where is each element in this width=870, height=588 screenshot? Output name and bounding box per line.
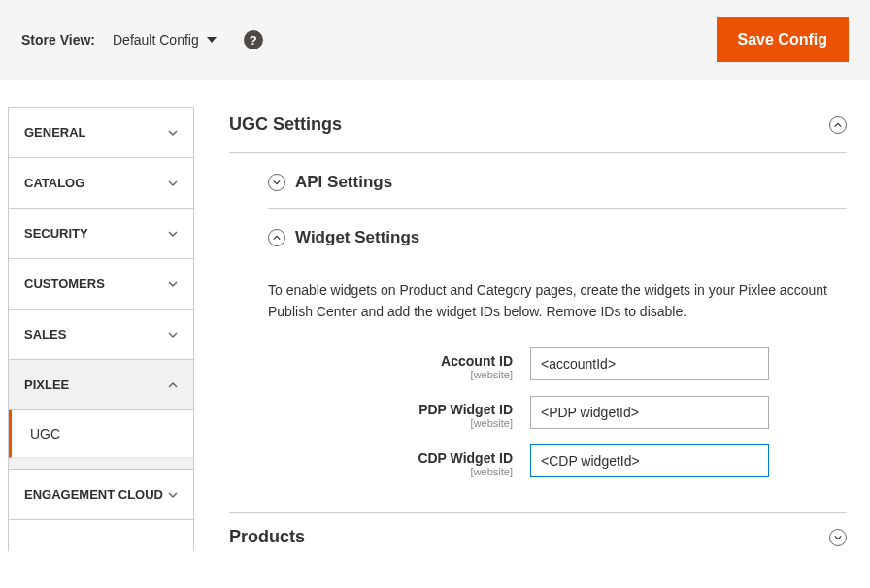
api-settings-title: API Settings	[295, 173, 392, 192]
collapse-icon	[829, 116, 847, 134]
cdp-widget-id-label: CDP Widget ID	[268, 450, 513, 466]
store-view-value: Default Config	[113, 32, 199, 48]
widget-settings-title: Widget Settings	[295, 228, 419, 247]
top-bar: Store View: Default Config ? Save Config	[0, 0, 870, 80]
sidebar-item-label: CATALOG	[24, 176, 84, 190]
store-view-wrap: Store View: Default Config ?	[21, 30, 263, 49]
form-row-pdp-widget-id: PDP Widget ID [website]	[229, 388, 847, 437]
chevron-up-icon	[168, 380, 178, 390]
sidebar-item-label: PIXLEE	[24, 377, 69, 392]
sidebar: GENERAL CATALOG SECURITY CUSTOMERS SALES…	[8, 107, 194, 551]
collapse-icon	[268, 229, 285, 246]
account-id-input[interactable]	[530, 347, 769, 380]
products-header[interactable]: Products	[229, 512, 847, 551]
account-id-label: Account ID	[268, 353, 513, 369]
sidebar-item-customers[interactable]: CUSTOMERS	[9, 259, 193, 310]
sidebar-item-pixlee[interactable]: PIXLEE	[9, 360, 193, 410]
form-row-account-id: Account ID [website]	[229, 340, 847, 388]
sidebar-item-sales[interactable]: SALES	[9, 310, 193, 360]
chevron-down-icon	[168, 279, 178, 289]
sidebar-subitem-ugc[interactable]: UGC	[9, 410, 193, 458]
sidebar-subitem-label: UGC	[30, 426, 60, 441]
sidebar-item-label: GENERAL	[24, 125, 86, 140]
widget-settings-row[interactable]: Widget Settings	[229, 209, 847, 263]
cdp-widget-id-label-wrap: CDP Widget ID [website]	[268, 444, 530, 477]
account-id-scope: [website]	[268, 369, 513, 380]
help-icon[interactable]: ?	[244, 30, 263, 49]
pdp-widget-id-label: PDP Widget ID	[268, 402, 513, 417]
chevron-down-icon	[168, 229, 178, 239]
sidebar-item-label: SECURITY	[24, 226, 88, 241]
ugc-settings-header[interactable]: UGC Settings	[229, 107, 847, 153]
save-config-button[interactable]: Save Config	[717, 17, 849, 62]
cdp-widget-id-scope: [website]	[268, 466, 513, 477]
api-settings-row[interactable]: API Settings	[229, 153, 847, 208]
widget-settings-help-text: To enable widgets on Product and Categor…	[229, 263, 847, 340]
sidebar-divider	[9, 458, 193, 470]
sidebar-item-label: ENGAGEMENT CLOUD	[24, 487, 163, 502]
pdp-widget-id-scope: [website]	[268, 417, 513, 429]
sidebar-item-label: SALES	[24, 327, 66, 342]
store-view-select[interactable]: Default Config	[113, 32, 217, 48]
form-row-cdp-widget-id: CDP Widget ID [website]	[229, 437, 847, 485]
sidebar-item-catalog[interactable]: CATALOG	[9, 158, 193, 209]
sidebar-item-label: CUSTOMERS	[24, 277, 105, 291]
products-section: Products	[229, 512, 847, 551]
sidebar-item-engagement-cloud[interactable]: ENGAGEMENT CLOUD	[9, 470, 193, 520]
ugc-settings-title: UGC Settings	[229, 114, 342, 135]
pdp-widget-id-input[interactable]	[530, 396, 769, 429]
store-view-label: Store View:	[21, 32, 95, 48]
chevron-down-icon	[168, 179, 178, 188]
sidebar-item-security[interactable]: SECURITY	[9, 209, 193, 259]
chevron-down-icon	[168, 490, 178, 500]
content-wrap: GENERAL CATALOG SECURITY CUSTOMERS SALES…	[0, 80, 870, 551]
chevron-down-icon	[168, 128, 178, 138]
expand-icon	[829, 529, 847, 546]
products-title: Products	[229, 527, 305, 547]
sidebar-item-general[interactable]: GENERAL	[9, 108, 193, 158]
expand-icon	[268, 174, 285, 191]
pdp-widget-id-label-wrap: PDP Widget ID [website]	[268, 396, 530, 429]
cdp-widget-id-input[interactable]	[530, 444, 769, 477]
account-id-label-wrap: Account ID [website]	[268, 347, 530, 380]
chevron-down-icon	[168, 330, 178, 340]
main-content: UGC Settings API Settings Widget Setting…	[229, 107, 862, 551]
caret-down-icon	[207, 37, 217, 43]
